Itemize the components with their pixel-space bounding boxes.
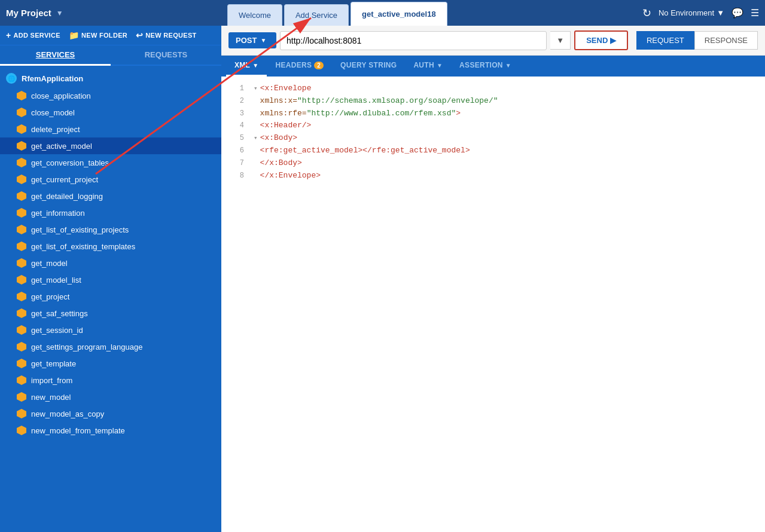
sidebar-item-close_application[interactable]: close_application — [0, 87, 221, 104]
item-label: get_model — [31, 259, 68, 268]
service-icon — [17, 124, 26, 134]
sidebar-item-get_template[interactable]: get_template — [0, 355, 221, 372]
request-response-tabs: REQUEST RESPONSE — [636, 31, 758, 50]
sidebar-item-new_model_as_copy[interactable]: new_model_as_copy — [0, 405, 221, 422]
method-label: POST — [236, 36, 257, 45]
item-label: new_model_from_template — [31, 426, 125, 435]
sidebar-item-get_detailed_logging[interactable]: get_detailed_logging — [0, 188, 221, 204]
service-icon — [17, 392, 26, 402]
service-icon — [17, 108, 26, 117]
sidebar-actions: +ADD SERVICE📁NEW FOLDER↩NEW REQUEST — [0, 26, 221, 45]
item-label: import_from — [31, 376, 72, 385]
sidebar-item-delete_project[interactable]: delete_project — [0, 121, 221, 137]
service-icon — [17, 375, 26, 385]
code-line-3: 3 xmlns:rfe="http://www.dlubal.com/rfem.… — [221, 108, 765, 120]
item-label: get_conversion_tables — [31, 158, 109, 167]
tab-welcome[interactable]: Welcome — [227, 4, 282, 26]
sidebar-item-get_conversion_tables[interactable]: get_conversion_tables — [0, 154, 221, 171]
service-icon — [17, 91, 26, 100]
service-icon — [17, 325, 26, 335]
line-content: <x:Header/> — [260, 120, 312, 132]
sidebar-item-get_project[interactable]: get_project — [0, 288, 221, 305]
item-label: get_list_of_existing_templates — [31, 242, 135, 251]
line-number: 6 — [227, 145, 244, 157]
url-input[interactable] — [280, 31, 547, 50]
refresh-icon[interactable]: ↻ — [642, 7, 651, 20]
sidebar-item-import_from[interactable]: import_from — [0, 372, 221, 389]
sidebar-item-get_active_model[interactable]: get_active_model — [0, 137, 221, 154]
project-chevron-icon: ▼ — [56, 9, 63, 17]
line-content: xmlns:rfe="http://www.dlubal.com/rfem.xs… — [260, 108, 461, 120]
sidebar-item-get_list_of_existing_templates[interactable]: get_list_of_existing_templates — [0, 238, 221, 255]
right-panel: POST ▼ ▼ SEND ▶ REQUEST RESPONSE XML ▼HE… — [221, 26, 765, 532]
sub-tab-auth[interactable]: AUTH ▼ — [405, 56, 451, 77]
sidebar-item-get_current_project[interactable]: get_current_project — [0, 171, 221, 188]
sidebar-item-get_list_of_existing_projects[interactable]: get_list_of_existing_projects — [0, 221, 221, 238]
code-line-5: 5 ▾ <x:Body> — [221, 132, 765, 145]
item-label: get_current_project — [31, 175, 98, 184]
line-expand-icon — [254, 158, 258, 169]
send-button[interactable]: SEND ▶ — [574, 30, 628, 50]
line-expand-icon — [254, 109, 258, 120]
line-content: xmlns:x="http://schemas.xmlsoap.org/soap… — [260, 95, 498, 108]
environment-selector[interactable]: No Environment ▼ — [659, 8, 724, 17]
tab-get-active-model[interactable]: get_active_model18 — [351, 2, 447, 26]
topbar-right: ↻ No Environment ▼ 💬 ☰ — [642, 7, 759, 20]
service-icon — [17, 191, 26, 201]
sidebar-action-add-service[interactable]: +ADD SERVICE — [6, 30, 60, 40]
url-bar: POST ▼ ▼ SEND ▶ REQUEST RESPONSE — [221, 26, 765, 56]
sidebar-action-new-folder[interactable]: 📁NEW FOLDER — [69, 30, 127, 40]
item-label: get_template — [31, 359, 76, 368]
sub-tab-xml[interactable]: XML ▼ — [226, 56, 267, 77]
menu-icon[interactable]: ☰ — [751, 7, 759, 19]
chat-icon[interactable]: 💬 — [732, 7, 743, 19]
request-tab[interactable]: REQUEST — [636, 31, 694, 50]
tab-bar: WelcomeAdd Serviceget_active_model18 — [227, 0, 642, 26]
sidebar-action-new-request[interactable]: ↩NEW REQUEST — [136, 30, 197, 40]
sub-tab-assertion[interactable]: ASSERTION ▼ — [451, 56, 520, 77]
sidebar-tab-services[interactable]: SERVICES — [0, 45, 111, 66]
service-icon — [17, 225, 26, 234]
service-icon — [17, 426, 26, 435]
url-dropdown-button[interactable]: ▼ — [550, 31, 571, 50]
line-number: 2 — [227, 96, 244, 107]
method-selector[interactable]: POST ▼ — [228, 32, 276, 48]
line-number: 8 — [227, 170, 244, 182]
code-line-1: 1 ▾ <x:Envelope — [221, 82, 765, 95]
sidebar-item-get_model[interactable]: get_model — [0, 255, 221, 271]
response-tab[interactable]: RESPONSE — [694, 31, 758, 50]
project-selector[interactable]: My Project ▼ — [6, 8, 227, 18]
line-expand-icon — [254, 171, 258, 182]
service-icon — [17, 141, 26, 151]
line-expand-icon — [254, 121, 258, 132]
code-line-8: 8 </x:Envelope> — [221, 170, 765, 182]
service-icon — [17, 292, 26, 301]
sidebar-item-new_model_from_template[interactable]: new_model_from_template — [0, 422, 221, 439]
sidebar-item-get_settings_program_language[interactable]: get_settings_program_language — [0, 338, 221, 355]
item-label: get_settings_program_language — [31, 343, 142, 351]
sidebar-item-new_model[interactable]: new_model — [0, 389, 221, 405]
sub-tabs: XML ▼HEADERS 2QUERY STRINGAUTH ▼ASSERTIO… — [221, 56, 765, 77]
sidebar-tabs: SERVICESREQUESTS — [0, 45, 221, 66]
sidebar-item-close_model[interactable]: close_model — [0, 104, 221, 121]
service-icon — [17, 308, 26, 318]
globe-icon: 🌐 — [6, 73, 17, 84]
code-editor[interactable]: 1 ▾ <x:Envelope 2 xmlns:x="http://schema… — [221, 77, 765, 532]
sub-tab-headers[interactable]: HEADERS 2 — [267, 56, 332, 77]
item-label: get_detailed_logging — [31, 192, 103, 201]
line-content: <x:Body> — [260, 132, 297, 145]
sidebar-item-get_session_id[interactable]: get_session_id — [0, 322, 221, 338]
item-label: delete_project — [31, 125, 80, 134]
sidebar-tab-requests[interactable]: REQUESTS — [111, 45, 221, 66]
env-caret-icon: ▼ — [717, 8, 724, 17]
sidebar-item-get_model_list[interactable]: get_model_list — [0, 271, 221, 288]
line-expand-icon — [254, 146, 258, 157]
sub-tab-query-string[interactable]: QUERY STRING — [332, 56, 405, 77]
sidebar-group-header[interactable]: 🌐 RfemApplication — [0, 69, 221, 87]
tab-add-service[interactable]: Add Service — [284, 4, 349, 26]
sidebar-item-get_information[interactable]: get_information — [0, 204, 221, 221]
sidebar: +ADD SERVICE📁NEW FOLDER↩NEW REQUEST SERV… — [0, 26, 221, 532]
sidebar-item-get_saf_settings[interactable]: get_saf_settings — [0, 305, 221, 322]
line-number: 7 — [227, 158, 244, 169]
service-icon — [17, 275, 26, 285]
